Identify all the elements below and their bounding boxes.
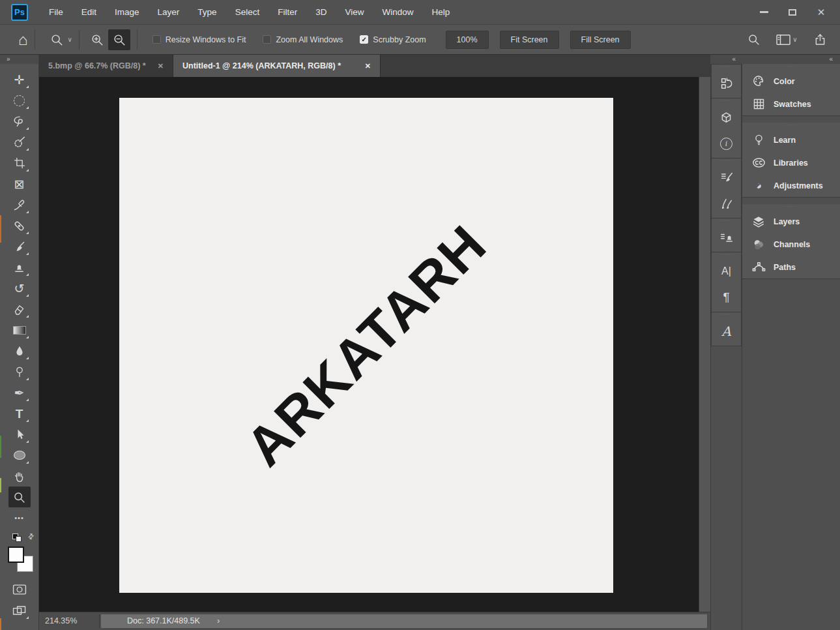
quick-mask-button[interactable] — [8, 579, 31, 600]
channels-panel-button[interactable]: Channels — [742, 233, 840, 256]
grip-handle[interactable]: ······ — [712, 158, 741, 164]
grip-handle[interactable]: ······ — [742, 204, 840, 210]
grip-handle[interactable]: ······ — [742, 64, 840, 70]
brush-tool[interactable] — [8, 236, 31, 257]
desktop-edge-sliver — [0, 215, 1, 243]
menu-layer[interactable]: Layer — [149, 0, 189, 25]
foreground-background-swatches[interactable] — [7, 547, 33, 573]
path-selection-tool[interactable] — [8, 424, 31, 445]
menu-select[interactable]: Select — [226, 0, 269, 25]
properties-panel-icon[interactable] — [712, 104, 741, 130]
elliptical-marquee-tool[interactable] — [8, 90, 31, 111]
workspace-switcher-icon[interactable]: ∨ — [772, 30, 801, 50]
fit-screen-button[interactable]: Fit Screen — [500, 31, 559, 49]
lasso-tool[interactable] — [8, 111, 31, 132]
clone-source-panel-icon[interactable] — [712, 224, 741, 250]
desktop-edge-sliver — [0, 436, 1, 458]
fill-screen-button[interactable]: Fill Screen — [570, 31, 631, 49]
tab-close-icon[interactable]: ✕ — [155, 61, 166, 72]
info-panel-icon[interactable]: i — [712, 130, 741, 157]
menu-3d[interactable]: 3D — [306, 0, 336, 25]
layers-panel-button[interactable]: Layers — [742, 210, 840, 233]
screen-mode-button[interactable] — [8, 600, 31, 621]
zoom-out-button[interactable] — [108, 29, 130, 50]
grip-handle[interactable]: ······ — [742, 123, 840, 128]
menu-edit[interactable]: Edit — [72, 0, 106, 25]
menu-help[interactable]: Help — [422, 0, 459, 25]
history-panel-icon[interactable] — [712, 70, 741, 97]
current-tool-dropdown[interactable]: ∨ — [47, 30, 72, 50]
blur-tool[interactable] — [8, 340, 31, 361]
resize-windows-checkbox[interactable]: Resize Windows to Fit — [152, 35, 246, 44]
menu-file[interactable]: File — [40, 0, 72, 25]
history-brush-icon: ↺ — [14, 282, 25, 295]
zoom-in-button[interactable] — [86, 29, 108, 50]
eraser-tool[interactable] — [8, 299, 31, 320]
panel-group: ······ — [711, 158, 742, 218]
paths-panel-button[interactable]: Paths — [742, 256, 840, 278]
move-tool[interactable]: ✛ — [8, 69, 31, 90]
horizontal-scrollbar[interactable]: Doc: 367.1K/489.5K › — [101, 614, 707, 628]
photoshop-logo: Ps — [11, 4, 28, 21]
crop-tool[interactable] — [8, 153, 31, 173]
minimize-button[interactable] — [757, 6, 771, 19]
hand-tool[interactable] — [8, 466, 31, 487]
libraries-panel-button[interactable]: Libraries — [742, 151, 840, 174]
zoom-tool[interactable] — [8, 487, 31, 507]
home-icon[interactable]: ⌂ — [18, 32, 28, 48]
grip-handle[interactable]: ······ — [712, 65, 741, 70]
learn-panel-button[interactable]: Learn — [742, 128, 840, 151]
iconstrip-collapse-header[interactable]: « — [710, 55, 742, 64]
clone-stamp-tool[interactable] — [8, 257, 31, 278]
frame-tool[interactable]: ⊠ — [8, 173, 31, 194]
grip-handle[interactable]: ······ — [712, 252, 741, 258]
scrubby-zoom-checkbox[interactable]: ✓ Scrubby Zoom — [360, 35, 426, 44]
search-icon[interactable] — [744, 30, 763, 50]
grip-handle[interactable]: ······ — [712, 98, 741, 104]
maximize-button[interactable] — [785, 6, 800, 19]
spot-healing-brush-tool[interactable] — [8, 215, 31, 236]
share-icon[interactable] — [810, 30, 830, 50]
close-button[interactable]: ✕ — [814, 6, 828, 19]
eyedropper-tool[interactable] — [8, 194, 31, 215]
menu-view[interactable]: View — [336, 0, 373, 25]
type-tool[interactable]: T — [8, 403, 31, 424]
swap-colors-icon[interactable]: ⇄ — [26, 532, 36, 542]
document-canvas[interactable]: ARKATARH — [119, 98, 613, 593]
document-tab-untitled1[interactable]: Untitled-1 @ 214% (ARKATARH, RGB/8) * ✕ — [173, 55, 381, 77]
gradient-tool[interactable] — [8, 320, 31, 340]
menu-type[interactable]: Type — [188, 0, 225, 25]
character-panel-icon[interactable]: A| — [712, 258, 741, 284]
paragraph-panel-icon[interactable]: ¶ — [712, 284, 741, 310]
color-panel-button[interactable]: Color — [742, 70, 840, 93]
grip-handle[interactable]: ······ — [712, 312, 741, 318]
zoom-100-button[interactable]: 100% — [446, 31, 489, 49]
adjustments-panel-button[interactable]: ◑ Adjustments — [742, 174, 840, 197]
vertical-scrollbar[interactable] — [699, 77, 710, 612]
menu-filter[interactable]: Filter — [268, 0, 306, 25]
document-tab-5bmp[interactable]: 5.bmp @ 66.7% (RGB/8) * ✕ — [39, 55, 173, 77]
ellipse-shape-tool[interactable] — [8, 445, 31, 466]
dodge-tool[interactable] — [8, 361, 31, 382]
tab-close-icon[interactable]: ✕ — [362, 61, 373, 72]
history-brush-tool[interactable]: ↺ — [8, 278, 31, 299]
menu-image[interactable]: Image — [106, 0, 149, 25]
default-colors-control[interactable]: ⇄ — [10, 532, 29, 544]
zoom-tool-icon — [47, 30, 66, 50]
edit-toolbar-button[interactable]: ••• — [8, 507, 31, 528]
quick-selection-tool[interactable] — [8, 132, 31, 153]
zoom-all-windows-checkbox[interactable]: Zoom All Windows — [263, 35, 343, 44]
menu-window[interactable]: Window — [373, 0, 422, 25]
foreground-color-swatch[interactable] — [8, 547, 24, 563]
toolbar-collapse-header[interactable]: » — [0, 55, 38, 64]
grip-handle[interactable]: ······ — [712, 218, 741, 224]
swatches-panel-button[interactable]: Swatches — [742, 93, 840, 115]
brushes-panel-icon[interactable] — [712, 190, 741, 217]
status-menu-chevron-icon[interactable]: › — [217, 614, 220, 628]
panels-collapse-header[interactable]: « — [742, 55, 840, 64]
canvas-workspace[interactable]: ARKATARH — [39, 77, 699, 612]
glyphs-panel-icon[interactable]: A — [712, 318, 741, 344]
zoom-percentage-field[interactable]: 214.35% — [41, 612, 81, 629]
pen-tool[interactable]: ✒ — [8, 382, 31, 403]
brush-settings-panel-icon[interactable] — [712, 164, 741, 190]
